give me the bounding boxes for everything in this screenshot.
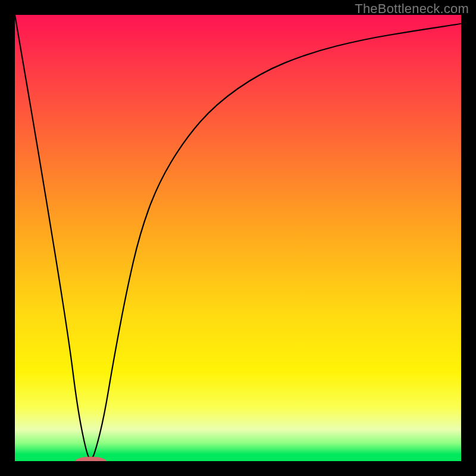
optimal-point-marker xyxy=(75,457,107,462)
chart-svg xyxy=(15,15,461,461)
bottleneck-curve-path xyxy=(15,15,461,459)
chart-frame: TheBottleneck.com xyxy=(0,0,476,476)
plot-area xyxy=(15,15,461,461)
